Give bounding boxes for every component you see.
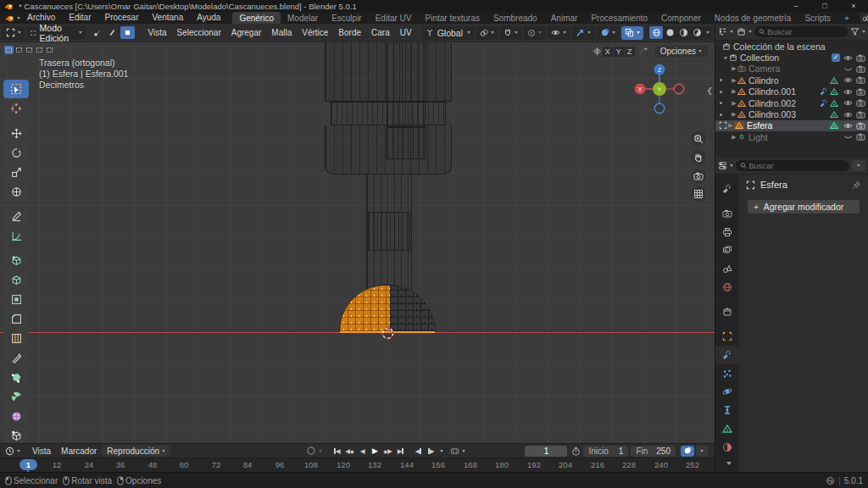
outliner-row-light[interactable]: ▶ Light (715, 131, 868, 142)
show-overlays-toggle[interactable] (597, 26, 619, 40)
tab-modelar[interactable]: Modelar (281, 12, 325, 24)
sync-chevron-button[interactable] (696, 446, 708, 457)
disable-render-icon[interactable] (856, 87, 865, 97)
shading-wireframe-button[interactable] (649, 26, 663, 39)
tool-spin[interactable] (3, 387, 29, 406)
menu-vista[interactable]: Vista (142, 28, 171, 37)
properties-search[interactable] (736, 160, 849, 171)
shading-options-chevron[interactable] (706, 31, 709, 34)
maximize-button[interactable]: □ (810, 2, 839, 10)
navigation-gizmo[interactable]: Z X Y (633, 63, 686, 115)
ortho-toggle-button[interactable] (691, 186, 706, 202)
playback-sync-button[interactable] (681, 446, 694, 457)
tab-generico[interactable]: Genérico (232, 12, 281, 24)
tool-annotate[interactable] (3, 207, 29, 225)
outliner-search-input[interactable] (765, 26, 843, 37)
tab-pintar-texturas[interactable]: Pintar texturas (419, 12, 487, 24)
tab-scene[interactable] (715, 259, 739, 278)
tool-knife[interactable] (3, 348, 29, 367)
outliner-editor-icon[interactable] (718, 27, 727, 36)
playback-chevron[interactable] (440, 450, 443, 452)
app-menu-button[interactable] (5, 14, 20, 23)
tool-extrude-region[interactable] (3, 270, 29, 289)
editor-type-button[interactable] (3, 26, 25, 40)
play-reverse-button[interactable]: ◀ (356, 446, 369, 457)
prev-keyframe-button[interactable]: ◀◆ (343, 446, 356, 457)
display-mode-chevron[interactable] (748, 30, 752, 33)
tab-sombreado[interactable]: Sombreado (487, 12, 544, 24)
outliner-row-cilindro-001[interactable]: ▶ Cilindro.001 (715, 86, 868, 97)
menu-ayuda[interactable]: Ayuda (190, 12, 227, 24)
disable-render-icon[interactable] (856, 64, 865, 74)
sidebar-collapse-arrow[interactable]: ❮ (706, 86, 713, 95)
pin-icon[interactable] (852, 180, 861, 190)
tool-cursor[interactable] (3, 99, 29, 118)
tab-modifiers[interactable] (715, 346, 739, 364)
shading-rendered-button[interactable] (690, 26, 704, 39)
tab-collection[interactable] (715, 302, 739, 321)
select-new-button[interactable] (4, 46, 14, 54)
disable-render-icon[interactable] (856, 121, 865, 130)
outliner-row-collection[interactable]: ▼ Collection ✓ (715, 52, 868, 63)
breadcrumb-object-name[interactable]: Esfera (760, 180, 787, 190)
outliner-search[interactable] (754, 26, 848, 37)
menu-malla[interactable]: Malla (266, 28, 297, 37)
gizmo-z-neg-axis[interactable] (654, 103, 665, 114)
menu-cara[interactable]: Cara (366, 28, 395, 37)
disable-render-icon[interactable] (856, 98, 865, 108)
tool-add-cube[interactable] (3, 251, 29, 269)
tool-transform[interactable] (3, 182, 29, 201)
step-forward-button[interactable]: ▶ (425, 446, 437, 457)
tab-render[interactable] (715, 204, 739, 223)
stopwatch-icon[interactable] (571, 446, 581, 456)
pivot-point-selector[interactable] (476, 26, 498, 40)
tab-nodos-geometria[interactable]: Nodos de geometría (708, 12, 798, 24)
menu-seleccionar[interactable]: Seleccionar (171, 28, 225, 37)
timeline-editor-button[interactable] (5, 446, 20, 456)
tab-data[interactable] (715, 419, 739, 438)
proportional-edit-toggle[interactable] (524, 26, 545, 40)
menu-uv[interactable]: UV (395, 28, 417, 37)
hide-eye-icon[interactable] (843, 75, 853, 85)
frame-start-field[interactable]: Inicio1 (583, 446, 628, 457)
tab-output[interactable] (715, 223, 739, 241)
hide-eye-icon[interactable] (843, 121, 853, 130)
menu-procesar[interactable]: Procesar (97, 12, 145, 24)
select-subtract-button[interactable] (25, 46, 34, 54)
tab-material[interactable] (715, 438, 739, 457)
display-mode-icon[interactable] (737, 27, 746, 36)
zoom-button[interactable] (691, 131, 706, 147)
tab-esculpir[interactable]: Esculpir (325, 12, 369, 24)
tool-poly-build[interactable] (3, 368, 29, 386)
mirror-x-button[interactable]: X (603, 47, 613, 57)
select-extend-button[interactable] (14, 46, 24, 54)
properties-editor-chevron[interactable] (730, 164, 733, 167)
mirror-z-button[interactable]: Z (625, 47, 635, 57)
disable-render-icon[interactable] (856, 110, 865, 119)
tab-animar[interactable]: Animar (544, 12, 585, 24)
properties-search-input[interactable] (747, 160, 845, 171)
camera-view-button[interactable] (691, 169, 706, 184)
tab-constraints[interactable] (715, 401, 739, 419)
expand-chevron[interactable]: ▶ (731, 134, 737, 141)
network-offline-icon[interactable] (826, 476, 835, 485)
timeline-menu-reproduccion[interactable]: Reproducción (102, 445, 170, 457)
hidden-eye-icon[interactable] (843, 132, 853, 141)
hide-eye-icon[interactable] (843, 53, 853, 63)
frame-end-field[interactable]: Fin250 (631, 446, 676, 457)
tool-rotate[interactable] (3, 143, 29, 162)
tool-scale[interactable] (3, 163, 29, 181)
tab-world[interactable] (715, 278, 739, 297)
preview-range-icon[interactable] (450, 446, 459, 456)
tab-tool[interactable] (715, 180, 739, 198)
disable-render-icon[interactable] (856, 53, 865, 63)
face-select-button[interactable] (120, 26, 135, 39)
jump-to-start-button[interactable]: ◀ (331, 446, 343, 457)
selected-faces-region[interactable] (340, 286, 390, 331)
filter-chevron[interactable] (862, 30, 865, 33)
menu-ventana[interactable]: Ventana (146, 12, 191, 24)
outliner-row-camera[interactable]: ▶ Camera (715, 64, 868, 75)
expand-chevron[interactable]: ▶ (731, 88, 737, 95)
mirror-y-button[interactable]: Y (614, 47, 624, 57)
tab-strip-overflow-chevron[interactable] (724, 457, 732, 467)
